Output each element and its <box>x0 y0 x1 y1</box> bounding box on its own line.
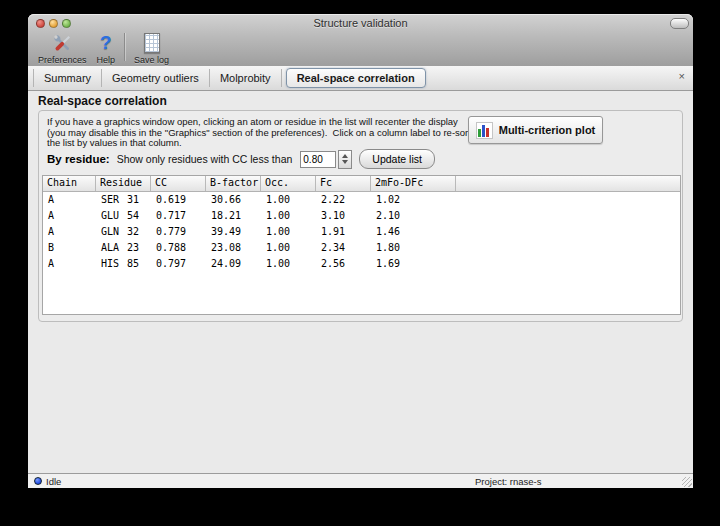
toolbar: Preferences ? Help Save log <box>33 32 174 65</box>
project-name: Project: rnase-s <box>475 476 542 487</box>
desktop-background: Structure validation <box>0 0 720 526</box>
tab-geometry-outliers[interactable]: Geometry outliers <box>102 69 210 87</box>
tools-icon <box>51 32 74 54</box>
stepper-down-icon[interactable] <box>342 160 348 164</box>
residue-table: ChainResidueCCB-factorOcc.Fc2mFo-DFc A S… <box>42 175 681 315</box>
window-title: Structure validation <box>28 17 693 29</box>
table-row[interactable]: B ALA23 0.788 23.08 1.00 2.34 1.80 <box>43 240 680 256</box>
cc-threshold-stepper[interactable] <box>338 150 352 169</box>
info-line-2: (you may disable this in the "Graphics" … <box>47 127 471 138</box>
info-line-1: If you have a graphics window open, clic… <box>47 116 458 127</box>
update-list-button[interactable]: Update list <box>359 149 435 169</box>
table-row[interactable]: A GLU54 0.717 18.21 1.00 3.10 2.10 <box>43 208 680 224</box>
structure-validation-window: Structure validation <box>28 14 693 488</box>
toolbar-toggle-button[interactable] <box>670 18 689 29</box>
spreadsheet-icon <box>144 32 160 54</box>
window-chrome: Structure validation <box>28 14 693 67</box>
status-indicator-icon <box>34 477 42 485</box>
tab-summary[interactable]: Summary <box>33 69 102 87</box>
tab-bar: Summary Geometry outliers Molprobity Rea… <box>28 66 693 91</box>
help-question-icon: ? <box>100 32 112 54</box>
multi-criterion-plot-button[interactable]: Multi-criterion plot <box>468 116 603 144</box>
status-bar: Idle Project: rnase-s <box>28 473 693 488</box>
help-button[interactable]: ? Help <box>92 32 121 65</box>
column-header-occ-[interactable]: Occ. <box>261 176 316 191</box>
table-row[interactable]: A HIS85 0.797 24.09 1.00 2.56 1.69 <box>43 256 680 272</box>
save-log-label: Save log <box>134 55 169 65</box>
column-header-cc[interactable]: CC <box>151 176 206 191</box>
column-header-b-factor[interactable]: B-factor <box>206 176 261 191</box>
cc-threshold-prompt: Show only residues with CC less than <box>117 153 293 165</box>
preferences-label: Preferences <box>38 55 87 65</box>
tab-content: Real-space correlation If you have a gra… <box>28 92 693 473</box>
update-list-label: Update list <box>372 153 422 165</box>
tab-close-icon[interactable]: × <box>679 70 685 82</box>
bar-chart-icon <box>476 122 493 139</box>
real-space-correlation-panel: If you have a graphics window open, clic… <box>38 110 683 322</box>
column-header-fc[interactable]: Fc <box>316 176 371 191</box>
by-residue-label: By residue: <box>47 153 110 165</box>
page-title: Real-space correlation <box>38 94 167 108</box>
stepper-up-icon[interactable] <box>342 154 348 158</box>
table-row[interactable]: A GLN32 0.779 39.49 1.00 1.91 1.46 <box>43 224 680 240</box>
status-state: Idle <box>46 476 61 487</box>
table-row[interactable]: A SER31 0.619 30.66 1.00 2.22 1.02 <box>43 192 680 208</box>
cc-threshold-input[interactable] <box>300 151 336 168</box>
table-header-row: ChainResidueCCB-factorOcc.Fc2mFo-DFc <box>43 176 680 192</box>
toolbar-separator <box>124 33 125 61</box>
column-header-residue[interactable]: Residue <box>96 176 151 191</box>
help-label: Help <box>97 55 116 65</box>
filter-row: By residue: Show only residues with CC l… <box>47 149 435 169</box>
column-header-chain[interactable]: Chain <box>43 176 96 191</box>
save-log-button[interactable]: Save log <box>129 32 174 65</box>
info-line-3: the list by values in that column. <box>47 137 182 148</box>
resize-grip[interactable] <box>682 477 692 487</box>
title-bar[interactable]: Structure validation <box>28 14 693 32</box>
multi-criterion-plot-label: Multi-criterion plot <box>499 124 596 136</box>
info-text: If you have a graphics window open, clic… <box>47 117 471 149</box>
column-header-2mfo-dfc[interactable]: 2mFo-DFc <box>371 176 456 191</box>
tab-molprobity[interactable]: Molprobity <box>210 69 282 87</box>
preferences-button[interactable]: Preferences <box>33 32 92 65</box>
table-body: A SER31 0.619 30.66 1.00 2.22 1.02 A GLU… <box>43 192 680 272</box>
column-header-filler <box>456 176 680 191</box>
tab-real-space-correlation[interactable]: Real-space correlation <box>286 68 426 88</box>
